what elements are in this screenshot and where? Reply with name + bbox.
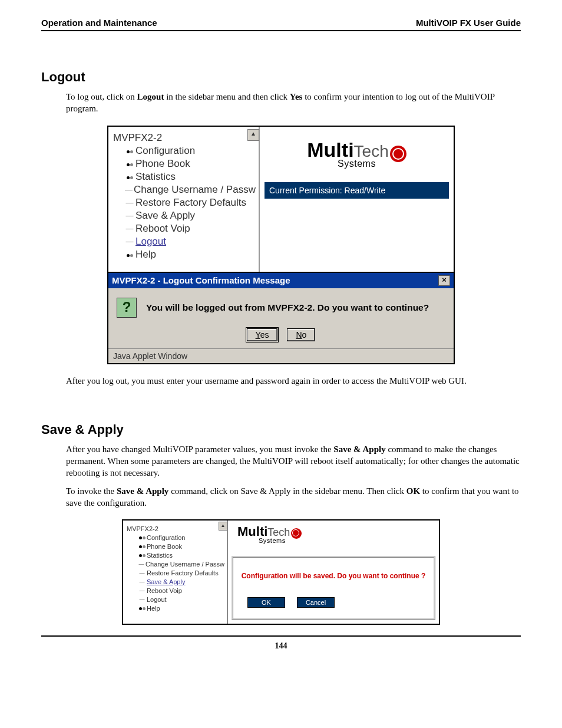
tree-item-save-apply[interactable]: —Save & Apply xyxy=(127,577,224,586)
save-confirm-message: Configuration will be saved. Do you want… xyxy=(239,572,428,580)
tree-item-help[interactable]: Help xyxy=(113,248,254,261)
tree-root[interactable]: MVPFX2-2 xyxy=(127,524,224,533)
sidebar-tree-small: ▲ MVPFX2-2 Configuration Phone Book Stat… xyxy=(123,521,228,624)
page-number: 144 xyxy=(41,635,521,651)
permission-bar: Current Permission: Read/Write xyxy=(265,182,449,199)
header-left: Operation and Maintenance xyxy=(41,18,157,28)
tree-item-change-password[interactable]: —Change Username / Passw xyxy=(113,183,254,196)
logout-paragraph-1: To log out, click on Logout in the sideb… xyxy=(66,91,521,115)
tree-item-logout[interactable]: —Logout xyxy=(113,235,254,248)
tree-item-reboot[interactable]: —Reboot Voip xyxy=(127,586,224,595)
ok-button[interactable]: OK xyxy=(247,597,285,608)
question-icon: ? xyxy=(117,298,137,318)
sidebar-tree: ▲ MVPFX2-2 Configuration Phone Book Stat… xyxy=(108,127,259,272)
multitech-logo: MultiTech Systems xyxy=(232,524,435,544)
tree-root[interactable]: MVPFX2-2 xyxy=(113,131,254,144)
logo-circle-icon xyxy=(291,528,302,539)
multitech-logo: MultiTech Systems xyxy=(265,139,449,170)
tree-item-restore-defaults[interactable]: —Restore Factory Defaults xyxy=(127,568,224,577)
tree-item-statistics[interactable]: Statistics xyxy=(127,551,224,559)
save-confirm-panel: Configuration will be saved. Do you want… xyxy=(232,556,435,620)
cancel-button[interactable]: Cancel xyxy=(297,597,335,608)
scroll-up-icon[interactable]: ▲ xyxy=(247,129,259,141)
section-save-apply-heading: Save & Apply xyxy=(41,422,521,437)
scroll-up-icon[interactable]: ▲ xyxy=(219,522,227,531)
header-right: MultiVOIP FX User Guide xyxy=(416,18,521,28)
logo-panel: MultiTech Systems Current Permission: Re… xyxy=(259,127,454,272)
save-apply-paragraph-2: To invoke the Save & Apply command, clic… xyxy=(66,485,521,509)
no-button[interactable]: No xyxy=(287,328,315,341)
dialog-title: MVPFX2-2 - Logout Confirmation Message xyxy=(112,275,290,285)
tree-item-help[interactable]: Help xyxy=(127,604,224,612)
logout-paragraph-2: After you log out, you must enter your u… xyxy=(66,375,521,387)
tree-item-phonebook[interactable]: Phone Book xyxy=(127,542,224,551)
status-bar: Java Applet Window xyxy=(108,348,454,363)
tree-item-reboot[interactable]: —Reboot Voip xyxy=(113,222,254,235)
logout-screenshot: ▲ MVPFX2-2 Configuration Phone Book Stat… xyxy=(107,126,455,364)
tree-item-configuration[interactable]: Configuration xyxy=(113,144,254,157)
yes-button[interactable]: Yes xyxy=(247,328,278,341)
dialog-message: You will be logged out from MVPFX2-2. Do… xyxy=(146,302,429,313)
tree-item-phonebook[interactable]: Phone Book xyxy=(113,157,254,170)
section-logout-heading: Logout xyxy=(41,70,521,85)
tree-item-configuration[interactable]: Configuration xyxy=(127,533,224,542)
tree-item-restore-defaults[interactable]: —Restore Factory Defaults xyxy=(113,196,254,209)
save-apply-screenshot: ▲ MVPFX2-2 Configuration Phone Book Stat… xyxy=(122,519,440,625)
tree-item-logout[interactable]: —Logout xyxy=(127,595,224,604)
dialog-titlebar: MVPFX2-2 - Logout Confirmation Message × xyxy=(108,273,454,288)
tree-item-change-password[interactable]: —Change Username / Passw xyxy=(127,559,224,568)
logo-circle-icon xyxy=(390,146,406,162)
save-apply-paragraph-1: After you have changed MultiVOIP paramet… xyxy=(66,443,521,479)
tree-item-statistics[interactable]: Statistics xyxy=(113,170,254,183)
tree-item-save-apply[interactable]: —Save & Apply xyxy=(113,209,254,222)
close-icon[interactable]: × xyxy=(438,275,450,286)
